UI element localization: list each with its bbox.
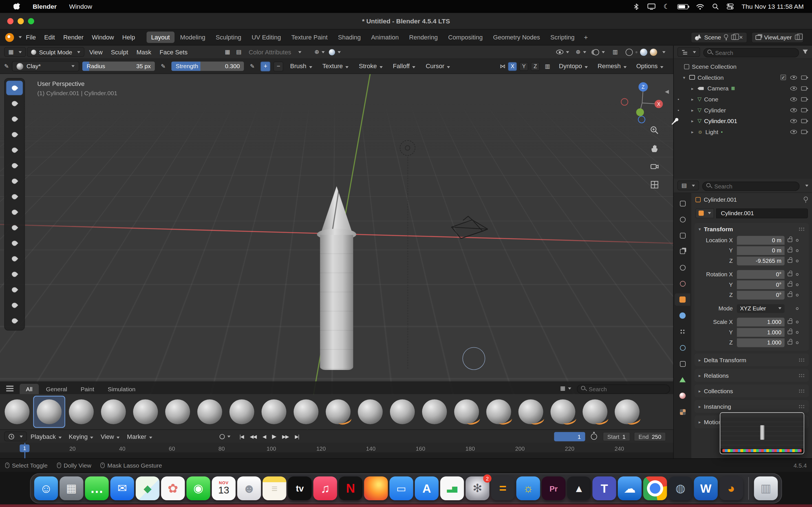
outliner-row[interactable]: • ▸ Cylinder ✓ [674, 105, 812, 115]
lock-icon[interactable] [788, 320, 793, 324]
sculpt-tool-button[interactable] [6, 174, 23, 188]
current-frame-field[interactable]: 1 [554, 432, 585, 441]
disclosure-icon[interactable]: ▸ [691, 129, 698, 134]
sculpt-tool-button[interactable] [6, 267, 23, 281]
rendered-shading-button[interactable] [650, 48, 657, 56]
hide-in-viewport-icon[interactable] [790, 119, 797, 123]
outliner-row[interactable]: • ▸ Cone ✓ [674, 94, 812, 105]
brush-asset[interactable] [451, 396, 483, 428]
sculpt-tool-button[interactable] [6, 96, 23, 111]
properties-tab[interactable] [675, 406, 690, 418]
sculpt-tool-button[interactable] [6, 81, 23, 95]
brush-asset[interactable] [515, 396, 547, 428]
dock-app-icon[interactable]: ☁ [618, 476, 642, 500]
timeline-editor-type-button[interactable] [4, 432, 27, 441]
properties-tab[interactable] [675, 374, 690, 386]
editor-type-button[interactable]: ▦ [4, 47, 26, 57]
viewport-menu[interactable]: Sculpt [107, 47, 132, 57]
dock-app-icon[interactable]: ≡ [262, 476, 286, 500]
color-attributes-chevron-icon[interactable] [298, 51, 301, 53]
sculpt-options-dropdown[interactable]: Options [633, 61, 667, 71]
gizmos-dropdown[interactable]: ⊕ [574, 47, 588, 57]
brush-asset[interactable] [290, 396, 322, 428]
blender-logo-icon[interactable] [5, 33, 14, 42]
transport-button[interactable]: |◀ [237, 432, 246, 441]
brush-asset[interactable] [354, 396, 386, 428]
new-scene-icon[interactable] [731, 35, 736, 40]
dock-app-icon[interactable]: ☻ [237, 476, 261, 500]
camera-object-gizmo[interactable] [449, 216, 491, 246]
animate-dot-icon[interactable] [796, 331, 799, 334]
sculpt-tool-button[interactable] [6, 314, 23, 328]
lock-icon[interactable] [788, 259, 793, 263]
dock-app-icon[interactable] [643, 476, 667, 500]
solid-shading-button[interactable] [636, 51, 638, 53]
outliner-row[interactable]: ▸ Cylinder.001 ✓ [674, 115, 812, 126]
falloff-dropdown[interactable]: ⊕ [313, 47, 326, 57]
sculpt-tool-button[interactable] [6, 127, 23, 142]
hide-in-viewport-icon[interactable] [790, 86, 797, 91]
sculpt-tool-button[interactable] [6, 298, 23, 313]
zoom-control-icon[interactable] [650, 126, 659, 137]
outliner-row[interactable]: ▾ Collection ✓ [674, 72, 812, 83]
lock-icon[interactable] [788, 330, 793, 334]
strength-slider[interactable]: Strength0.300 [171, 62, 244, 71]
brush-asset[interactable] [1, 396, 33, 428]
dock-app-icon[interactable]: ◆ [136, 476, 159, 500]
object-name-field[interactable]: Cylinder.001 [716, 208, 808, 218]
disclosure-icon[interactable]: ▸ [691, 107, 698, 112]
brush-asset[interactable] [579, 396, 611, 428]
lock-icon[interactable] [788, 272, 793, 276]
topbar-menu[interactable]: Edit [40, 32, 59, 43]
dock-app-icon[interactable]: ☼ [516, 476, 540, 500]
face-sets-toggle-icon[interactable]: ▤ [234, 47, 244, 57]
collapsed-panel-header[interactable]: Relations [695, 369, 809, 382]
brush-panel-dropdown[interactable]: Texture [319, 61, 352, 71]
workspace-tab[interactable]: Shading [333, 32, 365, 43]
overlays-dropdown[interactable] [592, 47, 606, 57]
brush-asset[interactable] [226, 396, 258, 428]
disable-in-render-icon[interactable] [801, 97, 807, 101]
dock-app-icon[interactable]: tv [288, 476, 312, 500]
animate-dot-icon[interactable] [796, 307, 799, 309]
dock-app-icon[interactable]: ✿ [161, 476, 185, 500]
properties-tab[interactable] [675, 309, 690, 322]
close-window-button[interactable] [7, 18, 13, 24]
disclosure-icon[interactable]: ▸ [691, 118, 698, 123]
rocket-cylinder-mesh[interactable] [320, 235, 353, 370]
brush-selector[interactable]: Clay* [12, 61, 80, 71]
dock-app-icon[interactable]: NOV 13 [212, 476, 236, 500]
sculpt-tool-button[interactable] [6, 205, 23, 219]
animate-dot-icon[interactable] [796, 273, 799, 276]
sculpt-options-dropdown[interactable]: Remesh [594, 61, 630, 71]
disable-in-render-icon[interactable] [801, 108, 807, 112]
start-frame-field[interactable]: Start1 [603, 432, 630, 441]
axis-x-negative-ball[interactable] [621, 99, 628, 105]
properties-options-chevron-icon[interactable] [805, 184, 808, 186]
brush-asset[interactable] [258, 396, 290, 428]
mirror-axis-button[interactable]: X [508, 62, 517, 70]
shelf-menu-icon[interactable] [6, 388, 13, 389]
transform-value-field[interactable]: 0° [737, 280, 784, 289]
dock-app-icon[interactable]: ▭ [389, 476, 413, 500]
workspace-tab[interactable]: Geometry Nodes [488, 32, 545, 43]
symmetry-icon[interactable]: ⋈ [500, 63, 506, 69]
animate-dot-icon[interactable] [796, 321, 799, 323]
workspace-tab[interactable]: Texture Paint [287, 32, 333, 43]
viewport-menu[interactable]: Mask [133, 47, 155, 57]
use-preview-range-toggle[interactable] [589, 432, 599, 441]
sidebar-toggle-arrow-icon[interactable]: ◀ [665, 89, 669, 94]
unlink-scene-icon[interactable]: × [739, 34, 743, 40]
shading-options-chevron-icon[interactable] [662, 51, 665, 53]
dock-app-icon[interactable]: ▲ [567, 476, 591, 500]
scene-selector[interactable]: Scene × [691, 32, 747, 43]
brush-panel-dropdown[interactable]: Stroke [355, 61, 386, 71]
focus-moon-icon[interactable]: ☾ [663, 3, 669, 10]
asset-shelf-tab[interactable]: General [40, 384, 73, 394]
hide-in-viewport-icon[interactable] [790, 75, 797, 79]
sculpt-tool-button[interactable] [6, 158, 23, 173]
hide-in-viewport-icon[interactable] [790, 129, 797, 134]
dock-app-icon[interactable]: W [694, 476, 718, 500]
lock-icon[interactable] [788, 238, 793, 242]
disable-in-render-icon[interactable] [801, 75, 807, 79]
